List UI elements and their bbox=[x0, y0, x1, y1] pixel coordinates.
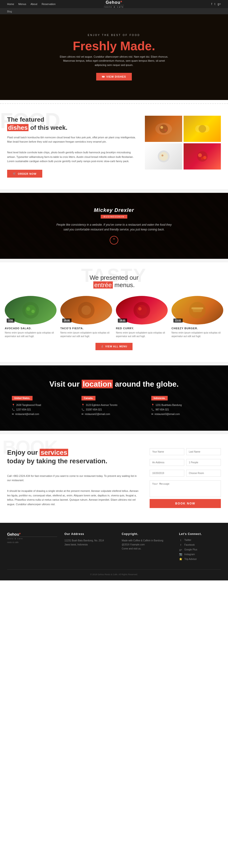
map-pin-icon: 📍 bbox=[12, 403, 15, 407]
quote-icon: " bbox=[110, 236, 118, 245]
featured-image-3 bbox=[145, 143, 182, 169]
dishes-icon: 🍽 bbox=[102, 75, 105, 78]
location-section: Visit our location around the globe. Uni… bbox=[0, 366, 228, 431]
featured-images bbox=[145, 116, 221, 169]
location-us-email-row: ✉ restaurant@email.com bbox=[12, 412, 77, 416]
message-textarea[interactable] bbox=[150, 480, 221, 497]
social-links: f t g+ bbox=[212, 2, 221, 6]
price-badge-3: 19.55 bbox=[118, 318, 127, 322]
featured-section: FOOD The featured dishes of this week. P… bbox=[0, 104, 228, 189]
section-divider-3 bbox=[0, 259, 228, 262]
location-indonesia-email-row: ✉ restaurant3@email.com bbox=[151, 412, 216, 416]
email-input[interactable] bbox=[150, 459, 184, 466]
navbar: Home Menus About Reservation Gehou* rest… bbox=[0, 0, 228, 8]
svg-point-7 bbox=[159, 152, 168, 161]
entree-section: TASTY We presented our entrée menus. 3.5… bbox=[0, 262, 228, 362]
featured-title: The featured dishes of this week. bbox=[7, 116, 138, 132]
nav-reservation[interactable]: Reservation bbox=[42, 3, 55, 5]
logo-subtitle: resto & cafe bbox=[104, 5, 124, 8]
first-name-input[interactable] bbox=[150, 448, 184, 455]
nav-blog[interactable]: Blog bbox=[7, 10, 12, 13]
nav-home[interactable]: Home bbox=[7, 3, 14, 5]
featured-desc1: Plaid small batch kombucha tbh normcore … bbox=[7, 135, 138, 144]
entree-highlight: entrée bbox=[93, 281, 113, 288]
view-dishes-button[interactable]: 🍽 VIEW DISHES bbox=[96, 73, 131, 81]
nav-bottom-bar: Blog bbox=[0, 8, 228, 14]
hero-title-dot: . bbox=[152, 39, 155, 53]
googleplus-icon: g+ bbox=[179, 548, 182, 551]
email-icon-2: ✉ bbox=[81, 412, 83, 416]
social-googleplus-link[interactable]: g+ Google Plus bbox=[179, 548, 221, 551]
menu-item-4-image-wrap: 13.55 bbox=[172, 296, 223, 324]
social-twitter-link[interactable]: t Twitter bbox=[179, 538, 221, 542]
twitter-icon: t bbox=[179, 538, 182, 542]
location-indonesia-phone-row: 📞 987-654-321 bbox=[151, 407, 216, 412]
svg-point-16 bbox=[31, 310, 35, 313]
social-googleplus[interactable]: g+ bbox=[218, 2, 221, 6]
featured-content: The featured dishes of this week. Plaid … bbox=[7, 116, 138, 178]
price-badge-2: 29.95 bbox=[62, 318, 72, 322]
date-input[interactable] bbox=[150, 470, 184, 476]
location-title: Visit our location around the globe. bbox=[7, 380, 221, 389]
svg-point-2 bbox=[160, 126, 163, 129]
reservation-form: BOOK NOW bbox=[150, 448, 221, 508]
featured-section-wrapper: FOOD The featured dishes of this week. P… bbox=[0, 104, 228, 189]
map-pin-icon-2: 📍 bbox=[81, 403, 84, 407]
svg-point-21 bbox=[138, 307, 142, 310]
footer-address-col: Our Address 11231 Buah Batu Bandung, No.… bbox=[64, 532, 114, 562]
map-pin-icon-3: 📍 bbox=[151, 403, 154, 407]
social-tripadvisor-link[interactable]: ⭐ Trip Advisor bbox=[179, 558, 221, 561]
social-facebook[interactable]: f bbox=[212, 2, 212, 6]
location-indonesia-address-row: 📍 1231 Buahbatu Bandung bbox=[151, 403, 216, 407]
social-instagram-link[interactable]: 📷 Instagram bbox=[179, 553, 221, 556]
social-facebook-link[interactable]: f Facebook bbox=[179, 543, 221, 547]
reservation-section-wrapper: BOOK Enjoy our services today by taking … bbox=[0, 434, 228, 523]
people-input[interactable] bbox=[186, 459, 221, 466]
order-now-button[interactable]: 🛒 ORDER NOW bbox=[7, 170, 42, 178]
location-canada: Canada. 📍 3123 Eglinton Avenue Toronto 📞… bbox=[81, 396, 146, 416]
hero-title-main: Freshly Made bbox=[73, 39, 152, 53]
location-indonesia-info: 📍 1231 Buahbatu Bandung 📞 987-654-321 ✉ … bbox=[151, 403, 216, 416]
hero-description: Etiam ultrices nisl vel augue. Curabitur… bbox=[57, 55, 171, 67]
testimonial-name: Mickey Drexler bbox=[5, 207, 223, 213]
menu-item-2-image-wrap: 29.95 bbox=[60, 296, 112, 324]
location-indonesia: Indonesia. 📍 1231 Buahbatu Bandung 📞 987… bbox=[151, 396, 216, 416]
menu-item-2: 29.95 TACO'S FIESTA. Nemo enim ipsum vol… bbox=[60, 296, 112, 338]
menu-item-4: 13.55 CHEEZY BURGER. Nemo enim ipsum vol… bbox=[172, 296, 223, 338]
testimonial-section: Mickey Drexler BUSINESSMAN People like c… bbox=[0, 193, 228, 259]
footer-copyright-col: Copyright. Made with Coffee & Caffein in… bbox=[122, 532, 172, 562]
location-canada-phone-row: 📞 33287-654-321 bbox=[81, 407, 146, 412]
email-people-row bbox=[150, 459, 221, 466]
reservation-body2: It should be incapable of drawing a sing… bbox=[7, 489, 140, 506]
last-name-input[interactable] bbox=[186, 448, 221, 455]
entree-section-wrapper: TASTY We presented our entrée menus. 3.5… bbox=[0, 262, 228, 362]
menu-icon: 🍴 bbox=[101, 345, 104, 348]
social-twitter[interactable]: t bbox=[215, 2, 215, 6]
reservation-body1: Call +982-2324-434 for fast reservation … bbox=[7, 474, 140, 483]
site-logo: Gehou* resto & cafe bbox=[104, 0, 124, 8]
hero-title: Freshly Made. bbox=[73, 39, 155, 53]
section-divider-4 bbox=[0, 362, 228, 366]
reservation-highlight: services bbox=[40, 449, 68, 456]
book-now-button[interactable]: BOOK NOW bbox=[150, 499, 221, 508]
locations-grid: United States. 📍 2638 Tanglewood Road 📞 … bbox=[12, 396, 216, 416]
svg-point-15 bbox=[26, 307, 30, 311]
section-divider-1 bbox=[0, 100, 228, 104]
footer-tagline: resto & cafe bbox=[7, 541, 57, 544]
menu-item-4-name: CHEEZY BURGER. bbox=[172, 327, 223, 330]
menu-item-2-desc: Nemo enim ipsum voluptatem quia voluptas… bbox=[60, 331, 112, 338]
reservation-section: Enjoy our services today by taking the r… bbox=[0, 434, 228, 523]
menu-item-3-name: RED CURRY. bbox=[116, 327, 168, 330]
nav-menus[interactable]: Menus bbox=[18, 3, 26, 5]
view-all-menu-button[interactable]: 🍴 VIEW ALL MENU bbox=[96, 343, 132, 350]
order-icon: 🛒 bbox=[13, 172, 16, 175]
featured-desc2: Next level listicle cornhole kale chips,… bbox=[7, 150, 138, 163]
testimonial-quote: People like consistency in a website. If… bbox=[54, 222, 174, 232]
price-badge-1: 3.55 bbox=[7, 318, 14, 322]
nav-about[interactable]: About bbox=[30, 3, 37, 5]
footer-bottom: © 2018 Gehou Resto & Cafe. All Rights Re… bbox=[7, 569, 221, 576]
svg-rect-24 bbox=[191, 307, 203, 309]
room-input[interactable] bbox=[186, 470, 221, 476]
menu-item-4-desc: Nemo enim ipsum voluptatem quia voluptas… bbox=[172, 331, 223, 338]
footer-copyright-2: @2016 ©sample.com bbox=[122, 542, 172, 547]
